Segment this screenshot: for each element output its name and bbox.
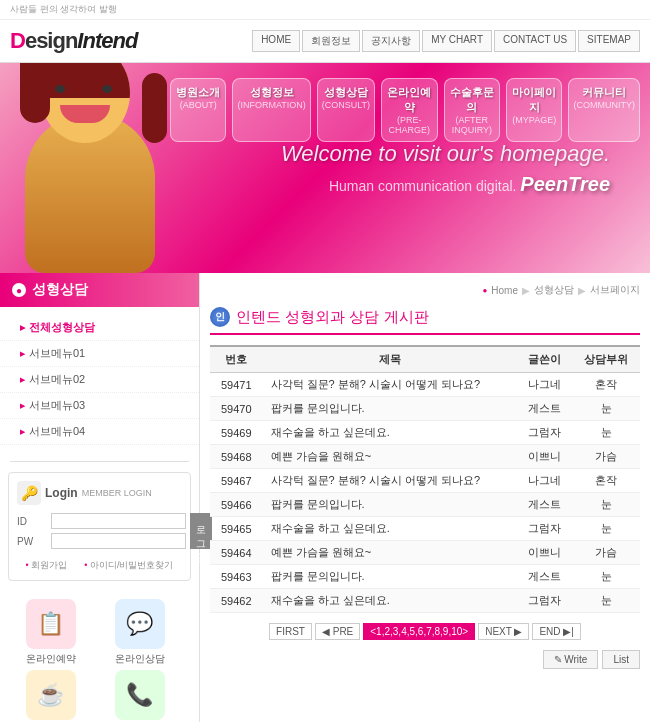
sidebar-title-text: 성형상담	[32, 281, 88, 299]
row-no-7: 59464	[210, 541, 263, 565]
logo-intend: Intend	[77, 28, 137, 53]
sidebar-menu-item-2[interactable]: 서브메뉴02	[0, 367, 199, 393]
row-no-6: 59465	[210, 517, 263, 541]
top-nav-item-home[interactable]: HOME	[252, 30, 300, 52]
prev-btn[interactable]: ◀ PRE	[315, 623, 360, 640]
menu-tab-2[interactable]: 성형상담(CONSULT)	[317, 78, 375, 142]
tab-sub-0: (ABOUT)	[175, 100, 221, 110]
breadcrumb-sep2: ▶	[578, 285, 586, 296]
sidebar-icon-label-1: 온라인상담	[97, 652, 182, 666]
tab-main-1: 성형정보	[237, 85, 305, 100]
login-pw-row: PW	[17, 533, 186, 549]
banner: 병원소개(ABOUT)성형정보(INFORMATION)성형상담(CONSULT…	[0, 63, 650, 273]
login-link-1[interactable]: 아이디/비밀번호찾기	[84, 559, 173, 572]
sidebar-icon-item-0[interactable]: 📋온라인예약	[8, 599, 93, 666]
tab-main-2: 성형상담	[322, 85, 370, 100]
row-author-9: 그럼자	[517, 589, 572, 613]
logo: DesignIntend	[10, 28, 137, 53]
table-row: 59468예쁜 가슴을 원해요~이쁘니가슴	[210, 445, 640, 469]
login-id-input[interactable]	[51, 513, 186, 529]
breadcrumb-home[interactable]: Home	[491, 285, 518, 296]
row-title-3[interactable]: 예쁜 가슴을 원해요~	[263, 445, 518, 469]
row-category-3: 가슴	[572, 445, 640, 469]
tab-main-6: 커뮤니티	[573, 85, 635, 100]
table-row: 59465재수술을 하고 싶은데요.그럼자눈	[210, 517, 640, 541]
row-title-4[interactable]: 사각턱 질문? 분해? 시술시 어떻게 되나요?	[263, 469, 518, 493]
menu-tab-0[interactable]: 병원소개(ABOUT)	[170, 78, 226, 142]
row-title-5[interactable]: 팝커를 문의입니다.	[263, 493, 518, 517]
top-nav-item-공지사항[interactable]: 공지사항	[362, 30, 420, 52]
top-bar: DesignIntend HOME회원정보공지사항MY CHARTCONTACT…	[0, 20, 650, 63]
row-no-4: 59467	[210, 469, 263, 493]
row-author-8: 게스트	[517, 565, 572, 589]
login-title: 🔑 Login MEMBER LOGIN	[17, 481, 182, 505]
menu-tab-1[interactable]: 성형정보(INFORMATION)	[232, 78, 310, 142]
tab-sub-2: (CONSULT)	[322, 100, 370, 110]
menu-tab-3[interactable]: 온라인예약(PRE-CHARGE)	[381, 78, 437, 142]
logo-area: DesignIntend	[10, 28, 248, 54]
login-link-0[interactable]: 회원가입	[26, 559, 68, 572]
tab-main-4: 수술후문의	[449, 85, 495, 115]
row-no-9: 59462	[210, 589, 263, 613]
action-btn-1[interactable]: List	[602, 650, 640, 669]
board-icon: 인	[210, 307, 230, 327]
login-id-label: ID	[17, 516, 47, 527]
site-info-bar: 사람들 편의 생각하여 발행	[0, 0, 650, 20]
top-nav-item-sitemap[interactable]: SITEMAP	[578, 30, 640, 52]
top-nav-item-회원정보[interactable]: 회원정보	[302, 30, 360, 52]
row-title-9[interactable]: 재수술을 하고 싶은데요.	[263, 589, 518, 613]
table-row: 59463팝커를 문의입니다.게스트눈	[210, 565, 640, 589]
row-title-1[interactable]: 팝커를 문의입니다.	[263, 397, 518, 421]
row-title-7[interactable]: 예쁜 가슴을 원해요~	[263, 541, 518, 565]
sidebar-icon-item-1[interactable]: 💬온라인상담	[97, 599, 182, 666]
sidebar-menu-item-1[interactable]: 서브메뉴01	[0, 341, 199, 367]
breadcrumb-parent: 성형상담	[534, 283, 574, 297]
board-title: 인 인텐드 성형외과 상담 게시판	[210, 307, 640, 335]
row-title-8[interactable]: 팝커를 문의입니다.	[263, 565, 518, 589]
banner-eye-right	[102, 85, 112, 93]
table-row: 59462재수술을 하고 싶은데요.그럼자눈	[210, 589, 640, 613]
sidebar-icons: 📋온라인예약💬온라인상담☕고객의소리📞구내전화번호	[0, 591, 199, 722]
board-table: 번호제목글쓴이상담부위59471사각턱 질문? 분해? 시술시 어떻게 되나요?…	[210, 345, 640, 613]
table-row: 59466팝커를 문의입니다.게스트눈	[210, 493, 640, 517]
top-nav-item-contact-us[interactable]: CONTACT US	[494, 30, 576, 52]
table-row: 59467사각턱 질문? 분해? 시술시 어떻게 되나요?나그네혼작	[210, 469, 640, 493]
end-btn[interactable]: END ▶|	[532, 623, 581, 640]
sidebar-icon-item-3[interactable]: 📞구내전화번호	[97, 670, 182, 722]
sidebar-menu-item-4[interactable]: 서브메뉴04	[0, 419, 199, 445]
login-pw-input[interactable]	[51, 533, 186, 549]
row-author-5: 게스트	[517, 493, 572, 517]
pages: <1,2,3,4,5,6,7,8,9,10>	[363, 623, 475, 640]
row-title-2[interactable]: 재수술을 하고 싶은데요.	[263, 421, 518, 445]
action-btn-0[interactable]: ✎ Write	[543, 650, 599, 669]
tab-sub-6: (COMMUNITY)	[573, 100, 635, 110]
tab-sub-1: (INFORMATION)	[237, 100, 305, 110]
login-sublabel: MEMBER LOGIN	[82, 488, 152, 498]
banner-mouth	[60, 105, 110, 123]
row-author-1: 게스트	[517, 397, 572, 421]
row-title-0[interactable]: 사각턱 질문? 분해? 시술시 어떻게 되나요?	[263, 373, 518, 397]
breadcrumb-bullet: ●	[482, 286, 487, 295]
sidebar-menu-item-3[interactable]: 서브메뉴03	[0, 393, 199, 419]
content: ● Home ▶ 성형상담 ▶ 서브페이지 인 인텐드 성형외과 상담 게시판 …	[200, 273, 650, 722]
board-col-header-2: 글쓴이	[517, 346, 572, 373]
banner-hair	[40, 63, 130, 98]
menu-tab-4[interactable]: 수술후문의(AFTER INQUIRY)	[444, 78, 500, 142]
row-no-1: 59470	[210, 397, 263, 421]
menu-tab-5[interactable]: 마이페이지(MYPAGE)	[506, 78, 562, 142]
breadcrumb-current: 서브페이지	[590, 283, 640, 297]
row-category-0: 혼작	[572, 373, 640, 397]
top-nav-item-my-chart[interactable]: MY CHART	[422, 30, 492, 52]
first-btn[interactable]: FIRST	[269, 623, 312, 640]
next-btn[interactable]: NEXT ▶	[478, 623, 529, 640]
sidebar-icon-label-0: 온라인예약	[8, 652, 93, 666]
sidebar-icon-item-2[interactable]: ☕고객의소리	[8, 670, 93, 722]
sidebar-menu-item-0[interactable]: 전체성형상담	[0, 315, 199, 341]
row-title-6[interactable]: 재수술을 하고 싶은데요.	[263, 517, 518, 541]
row-category-7: 가슴	[572, 541, 640, 565]
sidebar-icon-box-2: ☕	[26, 670, 76, 720]
menu-tab-6[interactable]: 커뮤니티(COMMUNITY)	[568, 78, 640, 142]
banner-welcome: Welcome to visit our's homepage.	[281, 141, 610, 167]
sidebar-icon-box-3: 📞	[115, 670, 165, 720]
breadcrumb-sep1: ▶	[522, 285, 530, 296]
